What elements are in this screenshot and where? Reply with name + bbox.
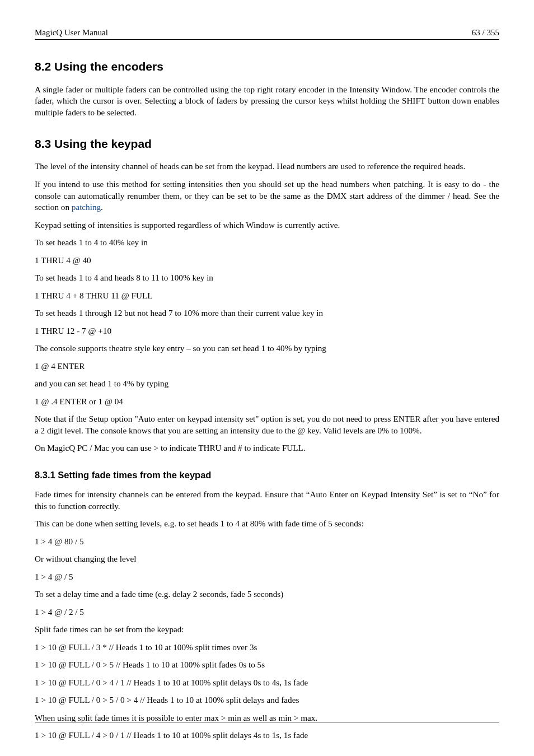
body-text: 1 @ .4 ENTER or 1 @ 04 <box>35 396 499 408</box>
heading-8-2: 8.2 Using the encoders <box>35 59 499 74</box>
header-rule <box>35 39 499 40</box>
footer-rule <box>35 722 499 722</box>
header-page-number: 63 / 355 <box>472 27 499 38</box>
body-text-span: If you intend to use this method for set… <box>35 179 499 212</box>
body-text: and you can set head 1 to 4% by typing <box>35 378 499 390</box>
body-text: 1 > 4 @ / 5 <box>35 571 499 583</box>
body-text: 1 > 10 @ FULL / 0 > 5 / 0 > 4 // Heads 1… <box>35 694 499 706</box>
heading-8-3: 8.3 Using the keypad <box>35 136 499 152</box>
page-header: MagicQ User Manual 63 / 355 <box>35 27 499 39</box>
body-text: This can be done when setting levels, e.… <box>35 518 499 530</box>
body-text: 1 > 4 @ / 2 / 5 <box>35 606 499 618</box>
body-text: 1 @ 4 ENTER <box>35 361 499 372</box>
body-text-span: . <box>101 202 103 212</box>
body-text: 1 > 10 @ FULL / 0 > 5 // Heads 1 to 10 a… <box>35 659 499 671</box>
body-text: The level of the intensity channel of he… <box>35 161 499 172</box>
heading-8-3-1: 8.3.1 Setting fade times from the keypad <box>35 469 499 481</box>
header-title: MagicQ User Manual <box>35 27 108 38</box>
body-text: To set heads 1 through 12 but not head 7… <box>35 307 499 319</box>
body-text: Or without changing the level <box>35 553 499 565</box>
body-text: To set heads 1 to 4 to 40% key in <box>35 237 499 249</box>
body-text: A single fader or multiple faders can be… <box>35 84 499 119</box>
body-text: 1 THRU 4 + 8 THRU 11 @ FULL <box>35 290 499 302</box>
body-text: Split fade times can be set from the key… <box>35 624 499 636</box>
body-text: 1 THRU 4 @ 40 <box>35 255 499 267</box>
body-text: 1 > 10 @ FULL / 0 > 4 / 1 // Heads 1 to … <box>35 677 499 689</box>
body-text: If you intend to use this method for set… <box>35 179 499 213</box>
body-text: Keypad setting of intensities is support… <box>35 220 499 231</box>
link-patching[interactable]: patching <box>72 202 101 212</box>
body-text: On MagicQ PC / Mac you can use > to indi… <box>35 442 499 454</box>
body-text: 1 > 4 @ 80 / 5 <box>35 536 499 548</box>
body-text: 1 > 10 @ FULL / 3 * // Heads 1 to 10 at … <box>35 642 499 654</box>
body-text: To set heads 1 to 4 and heads 8 to 11 to… <box>35 272 499 284</box>
body-text: 1 > 10 @ FULL / 4 > 0 / 1 // Heads 1 to … <box>35 730 499 741</box>
body-text: Fade times for intensity channels can be… <box>35 489 499 512</box>
body-text: Note that if the Setup option "Auto ente… <box>35 413 499 436</box>
body-text: 1 THRU 12 - 7 @ +10 <box>35 325 499 337</box>
body-text: To set a delay time and a fade time (e.g… <box>35 589 499 600</box>
page: MagicQ User Manual 63 / 355 8.2 Using th… <box>0 0 534 756</box>
body-text: The console supports theatre style key e… <box>35 343 499 354</box>
